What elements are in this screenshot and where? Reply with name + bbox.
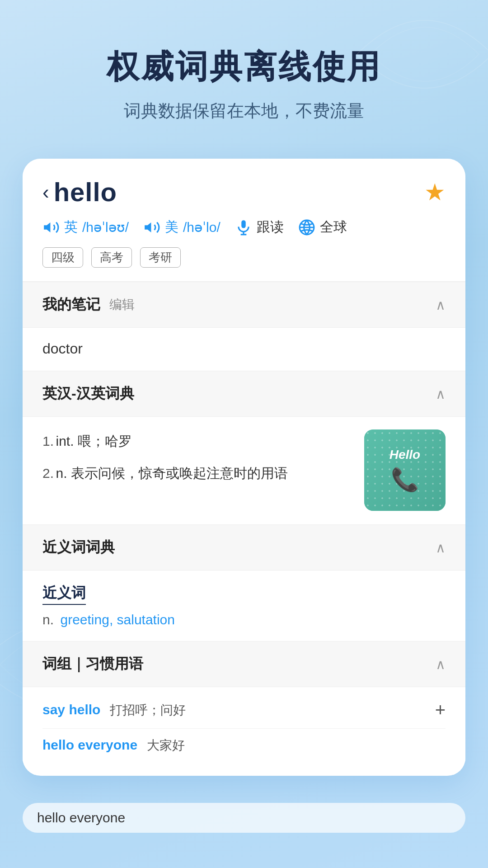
bottom-input-row[interactable]: hello everyone xyxy=(23,803,465,833)
dict-section-header[interactable]: 英汉-汉英词典 ∧ xyxy=(23,371,465,417)
def-1-num: 1. xyxy=(42,434,54,448)
def-2-num: 2. xyxy=(42,466,54,481)
notes-body: doctor xyxy=(23,328,465,370)
notes-title-row: 我的笔记 编辑 xyxy=(42,295,135,315)
notes-section-header[interactable]: 我的笔记 编辑 ∧ xyxy=(23,282,465,328)
synonym-label: 近义词 xyxy=(42,583,86,605)
notes-content: doctor xyxy=(42,340,83,357)
uk-phonetic: /həˈləʊ/ xyxy=(82,219,129,235)
definition-1: 1. int. 喂；哈罗 xyxy=(42,429,351,453)
definition-2: 2. n. 表示问候，惊奇或唤起注意时的用语 xyxy=(42,462,351,485)
notes-title: 我的笔记 xyxy=(42,295,100,315)
dict-definitions: 1. int. 喂；哈罗 2. n. 表示问候，惊奇或唤起注意时的用语 xyxy=(42,429,351,494)
global-label[interactable]: 全球 xyxy=(320,218,347,236)
phrases-section-title: 词组｜习惯用语 xyxy=(42,654,143,674)
back-arrow-icon[interactable]: ‹ xyxy=(42,181,49,203)
card-header: ‹ hello ★ 英 /həˈləʊ/ xyxy=(23,159,465,282)
synonym-row: 近义词 xyxy=(42,583,446,612)
mic-icon[interactable] xyxy=(235,219,252,236)
uk-label: 英 xyxy=(64,218,78,236)
word-row: ‹ hello ★ xyxy=(42,177,446,207)
phrases-section: 词组｜习惯用语 ∧ say hello 打招呼；问好 + hello every… xyxy=(23,641,465,775)
tag-kaoyan: 考研 xyxy=(140,247,181,268)
uk-phonetic-item: 英 /həˈləʊ/ xyxy=(42,218,129,236)
synonym-section-header[interactable]: 近义词词典 ∧ xyxy=(23,524,465,571)
synonym-pos: n. xyxy=(42,612,54,627)
phrase-1-cn: 打招呼；问好 xyxy=(110,703,186,717)
notes-section: 我的笔记 编辑 ∧ doctor xyxy=(23,282,465,370)
hero-title: 权威词典离线使用 xyxy=(27,45,461,89)
phrase-1-add-button[interactable]: + xyxy=(435,700,446,720)
synonym-section-title: 近义词词典 xyxy=(42,538,115,557)
hero-subtitle: 词典数据保留在本地，不费流量 xyxy=(27,99,461,123)
dict-en-cn-section: 英汉-汉英词典 ∧ 1. int. 喂；哈罗 2. n. 表示问候，惊奇或唤起注… xyxy=(23,371,465,524)
word-title: hello xyxy=(54,177,117,207)
phrases-section-header[interactable]: 词组｜习惯用语 ∧ xyxy=(23,641,465,687)
phrase-2-cn: 大家好 xyxy=(147,738,185,752)
phrase-2-en[interactable]: hello everyone xyxy=(42,737,137,752)
global-icon[interactable] xyxy=(298,219,315,236)
global-item: 全球 xyxy=(298,218,347,236)
us-phonetic: /həˈlo/ xyxy=(183,219,221,235)
tag-gaokao: 高考 xyxy=(91,247,132,268)
notes-chevron-icon: ∧ xyxy=(436,297,446,313)
favorite-star-icon[interactable]: ★ xyxy=(424,179,446,206)
dictionary-card: ‹ hello ★ 英 /həˈləʊ/ xyxy=(23,159,465,776)
telephone-icon: 📞 xyxy=(391,467,419,493)
phrases-body: say hello 打招呼；问好 + hello everyone 大家好 xyxy=(23,687,465,775)
def-2-text: n. 表示问候，惊奇或唤起注意时的用语 xyxy=(56,466,287,481)
phrase-1-en[interactable]: say hello xyxy=(42,702,100,717)
hello-image: Hello 📞 xyxy=(364,429,446,511)
svg-marker-1 xyxy=(145,222,151,232)
phrase-2-content: hello everyone 大家好 xyxy=(42,737,185,754)
tags-row: 四级 高考 考研 xyxy=(42,247,446,268)
phrase-row-2: hello everyone 大家好 xyxy=(42,729,446,762)
svg-rect-2 xyxy=(241,220,246,228)
follow-read-label[interactable]: 跟读 xyxy=(257,218,284,236)
hello-img-text: Hello xyxy=(389,448,420,462)
bottom-input-text: hello everyone xyxy=(37,810,125,826)
phrase-1-content: say hello 打招呼；问好 xyxy=(42,702,186,719)
dict-section-title: 英汉-汉英词典 xyxy=(42,384,134,404)
phonetics-row: 英 /həˈləʊ/ 美 /həˈlo/ xyxy=(42,218,446,236)
dict-chevron-icon: ∧ xyxy=(436,386,446,402)
follow-read-item: 跟读 xyxy=(235,218,284,236)
synonym-words-row: n. greeting, salutation xyxy=(42,612,446,627)
tag-sijia: 四级 xyxy=(42,247,83,268)
hero-section: 权威词典离线使用 词典数据保留在本地，不费流量 xyxy=(0,0,488,150)
uk-speaker-icon[interactable] xyxy=(42,219,60,236)
us-label: 美 xyxy=(165,218,178,236)
phrases-chevron-icon: ∧ xyxy=(436,656,446,672)
dict-body: 1. int. 喂；哈罗 2. n. 表示问候，惊奇或唤起注意时的用语 Hell… xyxy=(23,417,465,524)
synonym-body: 近义词 n. greeting, salutation xyxy=(23,571,465,640)
def-1-text: int. 喂；哈罗 xyxy=(56,434,131,448)
phrase-row-1: say hello 打招呼；问好 + xyxy=(42,692,446,729)
bottom-area: hello everyone xyxy=(0,794,488,851)
synonym-section: 近义词词典 ∧ 近义词 n. greeting, salutation xyxy=(23,524,465,640)
us-speaker-icon[interactable] xyxy=(143,219,160,236)
synonym-words: greeting, salutation xyxy=(60,612,175,627)
svg-marker-0 xyxy=(44,222,50,232)
us-phonetic-item: 美 /həˈlo/ xyxy=(143,218,221,236)
word-back: ‹ hello xyxy=(42,177,117,207)
synonym-chevron-icon: ∧ xyxy=(436,540,446,556)
hello-img-inner: Hello 📞 xyxy=(364,429,446,511)
notes-edit-button[interactable]: 编辑 xyxy=(109,296,135,313)
